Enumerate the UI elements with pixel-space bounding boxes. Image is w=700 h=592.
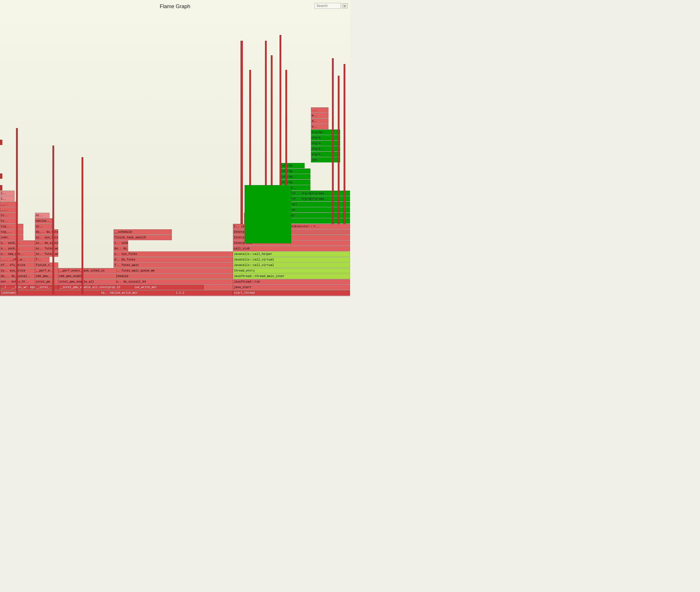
flame-frame-finish_task[interactable]: finish_task_switch xyxy=(113,235,172,240)
flame-frame-do_syscal3[interactable]: do.. do_syscall_64 xyxy=(113,246,128,251)
flame-frame-small_red_tall3[interactable] xyxy=(82,157,83,294)
flame-frame-l1[interactable]: l.. xyxy=(0,196,14,201)
flame-frame-small2[interactable] xyxy=(0,174,2,179)
flame-frame-dash2[interactable]: __.. xyxy=(0,202,17,207)
flame-frame-sc_futex3[interactable]: sc.. futex_wa.. xyxy=(35,246,58,251)
flame-frame-sc_syscall2[interactable]: sc.. do_syscal.. xyxy=(35,240,58,246)
flame-frame-sc3[interactable]: sc.. xyxy=(35,213,49,218)
flame-frame-javacalls_helper[interactable]: JavaCalls::call_helper xyxy=(233,251,350,257)
flame-frame-do_futex_sc[interactable]: do_.. do_futex xyxy=(35,229,58,235)
flame-frame-f2[interactable]: f.. xyxy=(35,257,49,262)
flame-frame-jav_500[interactable]: jav.. xyxy=(311,157,340,162)
flame-frame-javathread_main_inner[interactable]: JavaThread::thread_main_inner xyxy=(233,274,350,279)
flame-frame-javacalls_virtual1[interactable]: JavaCalls::call_virtual xyxy=(233,262,350,268)
flame-frame-s_top[interactable]: s.. xyxy=(311,124,328,129)
flame-frame-javacalls_virtual2[interactable]: JavaCalls::call_virtual xyxy=(233,257,350,262)
flame-frame-small_tall9[interactable] xyxy=(343,64,345,224)
flame-frame-tcp1[interactable]: tcp_.. xyxy=(0,229,23,235)
flame-frame-small1[interactable] xyxy=(0,185,2,190)
flame-frame-sc_sysfutex[interactable]: sy.. sys_futex xyxy=(35,235,58,240)
flame-frame-java[interactable]: java xyxy=(0,296,350,296)
search-input[interactable] xyxy=(315,3,341,9)
flame-frame-native_write_msr_box[interactable]: native_write_msr xyxy=(128,285,204,290)
flame-frame-inet[interactable]: inet. xyxy=(0,235,23,240)
flame-frame-d_top[interactable]: d.. xyxy=(311,118,328,124)
flame-frame-futex_wait_queue[interactable]: w.. futex_wait_queue_me xyxy=(113,268,233,273)
flame-frame-thread_entry[interactable]: thread_entry xyxy=(233,268,350,273)
flame-frame-dash1[interactable]: __.. xyxy=(0,207,17,212)
flamegraph-area: java[unknown]__l.. __libc_wr..ent.. entr… xyxy=(0,12,350,296)
flame-frame-intel_pmu2[interactable]: __intel_.. xyxy=(35,285,58,290)
flame-frame-futex_wait2[interactable]: f.. futex_wait xyxy=(113,262,233,268)
flame-frame-finish_t2[interactable]: finish_t.. xyxy=(35,262,58,268)
search-area: ic xyxy=(315,3,348,9)
flame-frame-org_a_461[interactable]: org/a.. xyxy=(311,146,340,151)
flame-frame-do_syscall2[interactable]: do.. do_syscall_64 xyxy=(113,279,233,284)
flame-frame-call_stub[interactable]: call_stub xyxy=(233,246,350,251)
flame-frame-dots_top[interactable]: ... xyxy=(311,107,328,113)
flame-frame-small_red_tall2[interactable] xyxy=(52,146,54,294)
flame-frame-org_a_480[interactable]: org/a.. xyxy=(311,152,340,157)
flame-frame-java_start[interactable]: java_start xyxy=(233,285,350,290)
flame-frame-or_apac2[interactable]: or.. org/apac.. xyxy=(292,191,311,196)
flame-frame-futex_wait3[interactable]: s.. sys_futex xyxy=(113,251,233,257)
flame-frame-small_tall1[interactable] xyxy=(240,41,243,224)
flame-frame-green_bar1[interactable] xyxy=(245,185,291,243)
flame-frame-or_apac1[interactable]: or.. org/apac.. xyxy=(292,196,311,201)
flame-frame-org_ap5[interactable]: org/ap.. xyxy=(281,163,305,168)
flame-frame-__schedule2[interactable]: __schedule xyxy=(113,229,172,235)
flame-frame-tc1[interactable]: tc.. xyxy=(0,218,17,224)
flame-frame-x86_pmu2[interactable]: x86_pmu_.. xyxy=(35,274,58,279)
flame-frame-sc_futex2[interactable]: sc.. futex_wa.. xyxy=(35,251,58,257)
flame-frame-org_ap_404[interactable]: org/ap.. xyxy=(311,130,340,135)
flame-frame-start_thread[interactable]: start_thread xyxy=(233,290,350,295)
flame-frame-intel_pm2[interactable]: intel_pm.. xyxy=(35,279,58,284)
flame-frame-javathread_run[interactable]: JavaThread::run xyxy=(233,279,350,284)
page-title: Flame Graph xyxy=(0,0,350,11)
flame-frame-org_a_442[interactable]: org/a.. xyxy=(311,141,340,146)
flame-frame-e_top[interactable]: e.. xyxy=(311,113,328,118)
flame-frame-schedule_top[interactable]: schedule xyxy=(113,274,233,279)
flame-frame-t_schedule[interactable]: t.. schedule xyxy=(113,240,128,246)
flame-frame-small3[interactable] xyxy=(0,140,2,145)
flame-frame-l2[interactable]: l.. xyxy=(0,191,14,196)
flame-frame-org_a_423[interactable]: org/a.. xyxy=(311,135,340,140)
flame-frame-intel_pmu_enable_all_const[interactable]: __intel_pmu_enable_all.constprop.23 xyxy=(58,285,134,290)
flame-frame-native2[interactable]: native.. xyxy=(35,218,52,224)
flame-frame-small_tall7[interactable] xyxy=(332,58,334,224)
flame-frame-small_red_tall1[interactable] xyxy=(16,128,18,294)
flame-frame-intel_pmu_enable_all_box[interactable]: intel_pmu_enable_all xyxy=(58,279,116,284)
search-button[interactable]: ic xyxy=(342,3,348,8)
flame-frame-perf_event_task[interactable]: __perf_event_task_sched_in xyxy=(58,268,116,273)
flame-frame-sys_futex2[interactable]: d.. do_futex xyxy=(113,257,233,262)
flame-frame-tcp2[interactable]: tcp_.. xyxy=(0,224,23,229)
flame-frame-na_native[interactable]: na.. native_write_msr xyxy=(100,290,176,295)
flame-frame-x86_pmu_enable_box[interactable]: x86_pmu_enable xyxy=(58,274,116,279)
flamegraph-container: Flame Graph ic java[unknown]__l.. __libc… xyxy=(0,0,350,296)
flame-frame-sc2[interactable]: sc.. xyxy=(35,224,52,229)
flame-frame-perf_e2[interactable]: __perf_e.. xyxy=(35,268,58,273)
flame-frame-small_tall8[interactable] xyxy=(338,76,339,224)
flame-frame-tc2[interactable]: tc.. xyxy=(0,213,17,218)
